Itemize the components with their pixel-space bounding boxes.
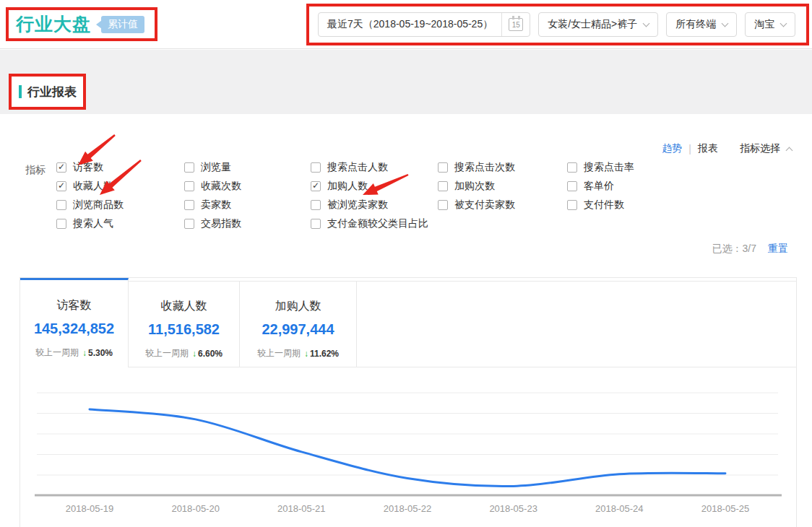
indicator-checkbox-item[interactable]: 搜索点击人数	[311, 162, 428, 173]
screen: 行业大盘 累计值 最近7天（2018-05-19~2018-05-25） 15 …	[0, 0, 812, 527]
indicator-column: 搜索点击率客单价支付件数	[567, 162, 634, 210]
checkbox-icon[interactable]	[567, 162, 577, 173]
checkbox-icon[interactable]	[438, 162, 448, 173]
x-axis-tick-label: 2018-05-24	[595, 503, 644, 514]
checkbox-icon[interactable]	[438, 181, 448, 191]
section-band	[0, 50, 812, 114]
x-axis-tick-label: 2018-05-25	[701, 503, 750, 514]
checkbox-checked-icon[interactable]	[56, 162, 66, 173]
compare-label: 较上一周期	[35, 347, 79, 359]
checkbox-icon[interactable]	[567, 181, 577, 191]
indicator-checkbox-item[interactable]: 收藏次数	[184, 181, 241, 191]
indicator-label: 搜索人气	[73, 217, 113, 230]
tab-favorites[interactable]: 收藏人数 11,516,582 较上一周期 ↓ 6.60%	[129, 281, 240, 367]
indicator-label: 收藏人数	[73, 180, 113, 193]
checkbox-icon[interactable]	[567, 200, 577, 210]
section-accent-bar	[19, 85, 22, 98]
calendar-icon: 15	[509, 18, 523, 31]
checkbox-checked-icon[interactable]	[56, 181, 66, 191]
checkbox-icon[interactable]	[311, 162, 321, 173]
indicator-checkbox-item[interactable]: 客单价	[567, 181, 634, 191]
checkbox-icon[interactable]	[184, 200, 194, 210]
indicator-select-label: 指标选择	[740, 142, 780, 155]
indicator-checkbox-item[interactable]: 搜索点击次数	[438, 162, 515, 173]
indicator-column: 浏览量收藏次数卖家数交易指数	[184, 162, 241, 229]
platform-dropdown[interactable]: 淘宝	[745, 12, 795, 37]
indicator-checkbox-item[interactable]: 加购次数	[438, 181, 515, 191]
checkbox-icon[interactable]	[311, 200, 321, 210]
selected-count: 已选：3/7	[712, 243, 756, 256]
report-card: 访客数 145,324,852 较上一周期 ↓ 5.30% 收藏人数 11,51…	[20, 277, 797, 527]
indicator-checkbox-item[interactable]: 浏览商品数	[56, 200, 124, 210]
indicator-label: 交易指数	[201, 217, 241, 230]
trend-view-link[interactable]: 趋势	[662, 142, 682, 155]
indicator-column: 搜索点击人数加购人数被浏览卖家数支付金额较父类目占比	[311, 162, 428, 229]
indicator-label: 搜索点击率	[584, 161, 634, 174]
down-arrow-icon: ↓	[192, 349, 196, 359]
platform-label: 淘宝	[746, 18, 774, 31]
annotation-box-section: 行业报表	[9, 74, 86, 110]
indicator-column: 访客数收藏人数浏览商品数搜索人气	[56, 162, 124, 229]
change-percent: 6.60%	[198, 349, 223, 359]
indicator-label: 客单价	[584, 180, 614, 193]
indicator-label: 卖家数	[201, 199, 231, 212]
indicator-checkbox-item[interactable]: 搜索点击率	[567, 162, 634, 173]
indicator-label: 搜索点击次数	[454, 161, 515, 174]
tab-label: 收藏人数	[161, 299, 207, 314]
checkbox-checked-icon[interactable]	[311, 181, 321, 191]
indicator-checkbox-item[interactable]: 加购人数	[311, 181, 428, 191]
page-title: 行业大盘	[16, 12, 91, 36]
terminal-label: 所有终端	[667, 18, 716, 31]
indicator-label: 加购人数	[327, 180, 368, 193]
indicator-checkbox-item[interactable]: 支付件数	[567, 200, 634, 210]
date-range-picker[interactable]: 最近7天（2018-05-19~2018-05-25） 15	[318, 12, 530, 37]
terminal-dropdown[interactable]: 所有终端	[666, 12, 737, 37]
annotation-box-title: 行业大盘 累计值	[6, 7, 157, 41]
checkbox-icon[interactable]	[56, 219, 66, 229]
tab-label: 加购人数	[275, 299, 321, 314]
indicator-label: 访客数	[73, 161, 103, 174]
indicator-label: 支付件数	[584, 199, 624, 212]
divider: |	[688, 143, 691, 154]
indicator-label: 浏览商品数	[73, 199, 124, 212]
tab-value: 145,324,852	[34, 321, 114, 337]
chevron-down-icon	[780, 19, 787, 27]
indicator-checkbox-item[interactable]: 卖家数	[184, 200, 241, 210]
indicator-checkbox-item[interactable]: 被支付卖家数	[438, 200, 515, 210]
checkbox-icon[interactable]	[56, 200, 66, 210]
date-range-label: 最近7天（2018-05-19~2018-05-25）	[319, 18, 501, 31]
indicator-checkbox-item[interactable]: 访客数	[56, 162, 124, 173]
indicator-label: 被支付卖家数	[454, 199, 515, 212]
checkbox-icon[interactable]	[184, 181, 194, 191]
indicators-label: 指标	[25, 164, 46, 177]
checkbox-icon[interactable]	[311, 219, 321, 229]
checkbox-icon[interactable]	[438, 200, 448, 210]
compare-label: 较上一周期	[145, 347, 189, 360]
x-axis-tick-label: 2018-05-19	[66, 503, 114, 514]
trend-chart: 2018-05-192018-05-202018-05-212018-05-22…	[20, 367, 796, 527]
down-arrow-icon: ↓	[82, 348, 87, 358]
indicator-select-toggle[interactable]: 指标选择	[740, 142, 792, 155]
x-axis-tick-label: 2018-05-23	[489, 503, 537, 514]
tab-cart-adds[interactable]: 加购人数 22,997,444 较上一周期 ↓ 11.62%	[240, 281, 357, 367]
selection-status-row: 已选：3/7 重置	[712, 243, 788, 256]
chevron-down-icon	[643, 19, 650, 27]
checkbox-icon[interactable]	[184, 162, 194, 173]
indicator-checkbox-item[interactable]: 交易指数	[184, 219, 241, 229]
checkbox-icon[interactable]	[184, 219, 194, 229]
indicator-checkbox-item[interactable]: 收藏人数	[56, 181, 124, 191]
indicator-checkbox-item[interactable]: 搜索人气	[56, 219, 124, 229]
calendar-button[interactable]: 15	[502, 18, 530, 31]
indicator-checkbox-item[interactable]: 支付金额较父类目占比	[311, 219, 428, 229]
view-switch: 趋势 | 报表 指标选择	[662, 142, 792, 155]
indicator-checkbox-item[interactable]: 浏览量	[184, 162, 241, 173]
cumulative-value-badge: 累计值	[101, 16, 144, 33]
x-axis-tick-label: 2018-05-22	[384, 503, 432, 514]
indicator-label: 加购次数	[454, 180, 495, 193]
tab-visitors[interactable]: 访客数 145,324,852 较上一周期 ↓ 5.30%	[20, 278, 129, 367]
reset-button[interactable]: 重置	[768, 243, 788, 256]
report-view-link[interactable]: 报表	[698, 142, 718, 155]
x-axis-tick-label: 2018-05-21	[277, 503, 326, 514]
indicator-checkbox-item[interactable]: 被浏览卖家数	[311, 200, 428, 210]
category-dropdown[interactable]: 女装/女士精品>裤子	[538, 12, 658, 37]
